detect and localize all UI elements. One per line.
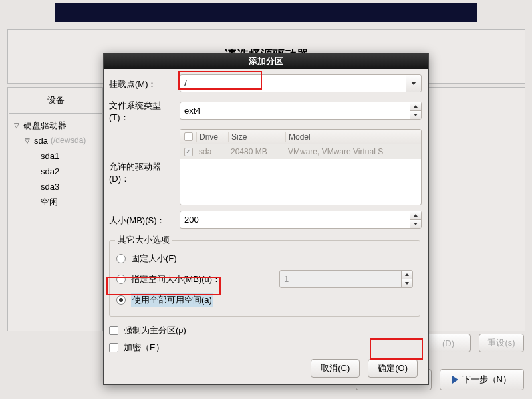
radio-icon: [116, 275, 126, 284]
drive-name: sda: [196, 147, 228, 156]
drive-model: VMware, VMware Virtual S: [285, 147, 421, 156]
label-fstype: 文件系统类型(T)：: [108, 98, 180, 124]
radio-icon: [116, 254, 126, 263]
upto-input: 1: [279, 270, 413, 288]
modal-overlay: 添加分区 挂载点(M)： / 文件系统类型(T)： ext4: [0, 0, 532, 399]
radio-fixed[interactable]: 固定大小(F): [115, 250, 414, 267]
drive-size: 20480 MB: [228, 147, 285, 156]
checkbox-header[interactable]: [184, 132, 193, 141]
radio-upto[interactable]: 指定空间大小(MB)(u)： 1: [115, 267, 414, 291]
chevron-down-icon: [411, 82, 416, 85]
chevron-up-icon: [414, 214, 418, 217]
chevron-up-icon: [414, 105, 418, 108]
size-spinner[interactable]: [410, 211, 421, 228]
radio-fill[interactable]: 使用全部可用空间(a): [115, 291, 414, 309]
size-options-legend: 其它大小选项: [115, 234, 172, 246]
combo-spinner[interactable]: [410, 102, 421, 119]
check-icon: ✓: [186, 148, 191, 155]
drive-checkbox: ✓: [184, 148, 193, 156]
radio-fill-label: 使用全部可用空间(a): [131, 293, 213, 307]
col-model: Model: [285, 132, 421, 142]
col-size: Size: [228, 132, 285, 142]
ok-button[interactable]: 确定(O): [368, 359, 418, 378]
label-drives: 允许的驱动器(D)：: [108, 129, 180, 185]
encrypt-checkbox[interactable]: 加密（E）: [108, 339, 422, 356]
force-primary-checkbox[interactable]: 强制为主分区(p): [108, 322, 422, 339]
upto-spinner: [401, 271, 412, 287]
mount-point-value: /: [184, 78, 187, 88]
size-options-group: 其它大小选项 固定大小(F) 指定空间大小(MB)(u)： 1: [109, 234, 420, 317]
combo-dropdown-button[interactable]: [406, 75, 421, 92]
add-partition-dialog: 添加分区 挂载点(M)： / 文件系统类型(T)： ext4: [103, 53, 429, 385]
col-drive: Drive: [196, 132, 228, 142]
chevron-down-icon: [414, 114, 418, 116]
fstype-value: ext4: [184, 106, 201, 116]
label-mount: 挂载点(M)：: [108, 76, 180, 90]
cancel-button[interactable]: 取消(C): [311, 359, 360, 378]
chevron-up-icon: [405, 273, 409, 276]
checkbox-icon: [109, 343, 118, 352]
size-value: 200: [184, 215, 199, 225]
size-input[interactable]: 200: [180, 211, 422, 229]
fstype-combo[interactable]: ext4: [180, 102, 422, 120]
radio-icon-selected: [116, 295, 126, 305]
dialog-title: 添加分区: [104, 53, 428, 69]
drives-row[interactable]: ✓ sda 20480 MB VMware, VMware Virtual S: [180, 144, 421, 159]
allowed-drives-table[interactable]: Drive Size Model ✓ sda 20480 MB VMware, …: [180, 129, 422, 205]
chevron-down-icon: [405, 282, 409, 285]
chevron-down-icon: [414, 223, 418, 225]
label-size: 大小(MB)(S)：: [108, 213, 180, 227]
drives-header: Drive Size Model: [180, 130, 421, 144]
mount-point-combo[interactable]: /: [180, 74, 422, 92]
checkbox-icon: [109, 326, 118, 335]
